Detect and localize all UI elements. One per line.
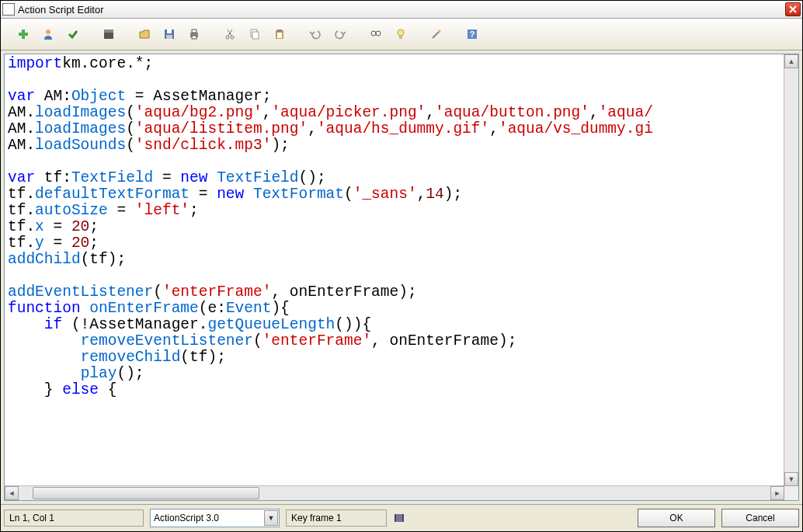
scroll-up-icon[interactable]: ▲ [784,54,798,68]
cancel-button[interactable]: Cancel [721,509,799,527]
svg-rect-7 [166,35,172,39]
scroll-corner [784,486,798,500]
svg-rect-4 [104,30,113,33]
svg-point-11 [226,36,229,39]
scroll-down-icon[interactable]: ▼ [784,472,798,486]
v-scroll-track[interactable] [784,68,798,472]
hint-button[interactable] [390,23,412,45]
svg-rect-26 [402,514,404,522]
cut-button[interactable] [219,23,241,45]
help-button[interactable]: ? [461,23,483,45]
toolbar: ? [1,19,802,50]
editor-container: importkm.core.*; var AM:Object = AssetMa… [4,54,799,501]
statusbar: Ln 1, Col 1 ActionScript 3.0 ▼ Key frame… [1,504,802,531]
save-button[interactable] [158,23,180,45]
titlebar[interactable]: Action Script Editor [1,1,802,19]
ok-button[interactable]: OK [638,509,715,527]
redo-button[interactable] [329,23,351,45]
cursor-position: Ln 1, Col 1 [4,509,144,527]
svg-rect-9 [192,30,196,33]
add-button[interactable] [12,23,34,45]
user-button[interactable] [37,23,59,45]
svg-rect-3 [104,33,113,39]
keyframe-label: Key frame 1 [286,509,387,527]
svg-rect-17 [277,33,282,38]
svg-point-18 [371,31,376,36]
svg-rect-16 [277,30,282,32]
clapper-button[interactable] [98,23,120,45]
svg-rect-1 [19,33,28,36]
status-icons [393,512,631,524]
svg-rect-25 [395,514,396,522]
film-icon [393,512,405,524]
paste-button[interactable] [269,23,290,45]
svg-point-12 [231,36,234,39]
svg-point-19 [376,31,381,36]
print-button[interactable] [183,23,205,45]
open-button[interactable] [134,23,155,45]
svg-rect-21 [399,36,402,39]
window: Action Script Editor ? importkm.core.*; … [0,0,803,532]
language-select[interactable]: ActionScript 3.0 ▼ [150,509,280,527]
h-scroll-track[interactable] [19,486,770,500]
undo-button[interactable] [304,23,326,45]
svg-rect-10 [192,36,196,39]
wand-button[interactable] [426,23,447,45]
svg-rect-14 [252,32,259,39]
chevron-down-icon[interactable]: ▼ [264,510,278,526]
svg-point-2 [46,30,50,34]
find-button[interactable] [365,23,387,45]
scroll-right-icon[interactable]: ► [770,486,784,500]
code-editor[interactable]: importkm.core.*; var AM:Object = AssetMa… [5,54,784,486]
vertical-scrollbar[interactable]: ▲ ▼ [784,54,798,486]
scroll-left-icon[interactable]: ◄ [5,486,19,500]
close-button[interactable] [785,2,801,16]
svg-text:?: ? [470,30,475,39]
h-scroll-thumb[interactable] [33,487,259,499]
svg-rect-6 [167,30,172,33]
copy-button[interactable] [244,23,266,45]
language-value: ActionScript 3.0 [154,513,264,523]
window-title: Action Script Editor [18,4,785,16]
app-icon [2,3,15,16]
check-button[interactable] [62,23,84,45]
svg-point-20 [398,30,404,36]
horizontal-scrollbar[interactable]: ◄ ► [5,485,784,500]
